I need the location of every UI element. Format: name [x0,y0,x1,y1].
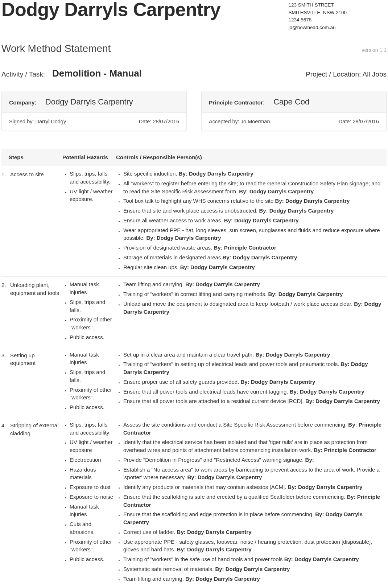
control-text: Set up in a clear area and maintain a cl… [123,351,255,358]
control-item: Ensure that the scaffolding is safe and … [123,493,387,509]
address-block: 123 SMITH STREET SMITHSVILLE, NSW 2100 1… [288,0,387,31]
signed-date: Date: 28/07/2016 [139,118,179,126]
control-by: By: Dodgy Darryls Carpentry [259,207,334,214]
control-text: Identify any products or materials that … [123,484,288,490]
control-by: By: Principle Contractor [214,244,276,251]
control-item: Ensure that site and work place access i… [123,207,387,215]
row-controls: Set up in a clear area and maintain a cl… [117,351,387,413]
control-by: By: Dodgy Darryls Carpentry [275,198,350,204]
control-item: Set up in a clear area and maintain a cl… [123,351,387,359]
control-by: By: [305,457,314,463]
accepted-by: Accepted by: Jo Moerman [209,118,339,126]
control-by: By: Dodgy Darryls Carpentry [223,254,297,260]
control-by: By: Dodgy Darryls Carpentry [305,398,380,404]
control-item: Team lifting and carrying. By: Dodgy Dar… [123,280,387,288]
row-controls: Team lifting and carrying. By: Dodgy Dar… [117,280,387,343]
control-by: By: Dodgy Darryls Carpentry [224,217,299,223]
hazard-item: Slips, trips and falls. [70,298,114,314]
hazard-item: Slips, trips, falls and accessibility [70,421,114,437]
table-body: 1.Access to siteSlips, trips, falls and … [1,166,387,588]
control-text: Tool box talk to highlight any WHS conce… [123,198,275,204]
control-item: Unload and move the equipment to designa… [123,300,387,316]
control-text: Ensure all weather access to work areas. [123,217,224,223]
control-item: All "workers" to register before enterin… [123,180,387,196]
contractor-card: Principle Contractor: Cape Cod Accepted … [201,91,387,131]
activity-value: Demolition - Manual [52,67,306,81]
hazard-item: UV light / weather exposure. [70,188,114,203]
control-text: Storage of materials in designated areas [123,254,223,260]
control-text: Ensure that the scaffolding is safe and … [123,494,347,500]
control-text: Ensure that all power tools and electric… [123,388,290,395]
hazard-item: UV light / weather exposure [70,438,114,454]
hazard-item: Slips, trips, falls and accessibility. [70,170,114,186]
control-item: Assess the site conditions and conduct a… [123,421,387,437]
control-text: Unload and move the equipment to designa… [123,301,354,307]
hazard-item: Cuts and abrasions. [70,520,114,536]
doc-type: Work Method Statement [1,41,362,56]
row-step: Setting up equipment [10,351,64,413]
email: jo@bowlhead.com.au [288,24,347,31]
hazard-item: Exposure to dust [70,483,114,491]
control-text: Provide "Demolition in Progress" and "Re… [123,457,305,463]
hazard-item: Public access. [70,555,114,563]
row-hazards: Slips, trips, falls and accessibilityUV … [64,421,117,585]
control-text: Team lifting and carrying. [123,576,185,582]
control-by: By: Dodgy Darryls Carpentry [288,484,363,490]
control-by: By: Dodgy Darryls Carpentry [185,576,260,582]
col-hazards: Potential Hazards [62,153,116,161]
address-line2: SMITHSVILLE, NSW 2100 [288,9,347,16]
control-item: Training of "workers" in the safe use of… [123,555,387,563]
control-item: Identify that the electrical service has… [123,438,387,454]
control-by: By: Dodgy Darryls Carpentry [177,546,252,552]
control-text: Ensure that the scaffolding and edge pro… [123,511,315,517]
company-card-bottom: Signed by: Darryl Dodgy Date: 28/07/2016 [2,113,186,131]
control-item: Ensure that all power tools and electric… [123,388,387,396]
row-step: Unloading plant, equipment and tools [10,280,64,343]
control-item: Establish a "No access area" to work are… [123,466,387,482]
project-label: Project / Location: All Jobs [306,69,387,79]
activity-row: Activity / Task: Demolition - Manual Pro… [1,67,387,81]
table-header: Steps Potential Hazards Controls / Respo… [1,149,387,166]
control-by: By: Dodgy Darryls Carpentry [185,281,260,287]
table-row: 2.Unloading plant, equipment and toolsMa… [1,277,387,347]
company-title: Dodgy Darryls Carpentry [1,0,288,19]
control-item: Tool box talk to highlight any WHS conce… [123,197,387,205]
control-item: Training of "workers" in setting up of e… [123,360,387,376]
accepted-date: Date: 28/07/2016 [339,118,379,126]
company-card-value: Dodgy Darryls Carpentry [45,96,133,108]
doc-version: version 1.1 [362,46,387,54]
company-card: Company: Dodgy Darryls Carpentry Signed … [1,91,187,131]
cards-row: Company: Dodgy Darryls Carpentry Signed … [1,91,387,131]
header: Dodgy Darryls Carpentry 123 SMITH STREET… [1,0,387,31]
control-by: By: Dodgy Darryls Carpentry [239,188,314,194]
control-item: Ensure all weather access to work areas.… [123,217,387,225]
row-hazards: Manual task injuriesSlips, trips and fal… [64,351,117,413]
control-item: Systematic safe removal of materials. By… [123,565,387,573]
control-by: By: Dodgy Darryls Carpentry [255,351,330,358]
control-text: Ensure that site and work place access i… [123,207,259,214]
hazard-item: Slips, trips and falls. [70,368,114,384]
control-by: By: Dodgy Darryls Carpentry [146,235,221,241]
control-item: Ensure that the scaffolding and edge pro… [123,510,387,526]
hazard-item: Public access. [70,403,114,411]
control-by: By: Dodgy Darryls Carpentry [284,556,359,562]
control-text: Ensure that all power tools are attached… [123,398,305,404]
control-item: Site specific induction. By: Dodgy Darry… [123,170,387,178]
row-step: Access to site [10,170,64,273]
control-item: Training of "workers" in correct lifting… [123,290,387,298]
col-controls: Controls / Responsible Person(s) [116,153,387,161]
row-hazards: Manual task injuriesSlips, trips and fal… [64,280,117,343]
hazard-item: Proximity of other "workers". [70,386,114,402]
control-item: Ensure that all power tools are attached… [123,397,387,405]
hazard-item: Proximity of other "workers". [70,538,114,554]
control-by: By: Dodgy Darryls Carpentry [241,379,315,385]
control-by: By: Dodgy Darryls Carpentry [179,170,253,177]
hazard-item: Public access. [70,333,114,341]
row-controls: Site specific induction. By: Dodgy Darry… [117,170,387,273]
doc-row: Work Method Statement version 1.1 [1,41,387,60]
row-number: 1. [1,170,10,273]
phone: 1234 5678 [288,16,347,24]
control-item: Storage of materials in designated areas… [123,254,387,262]
control-item: Wear appropriated PPE - hat, long sleeve… [123,226,387,242]
control-item: Ensure proper use of all safety guards p… [123,378,387,386]
